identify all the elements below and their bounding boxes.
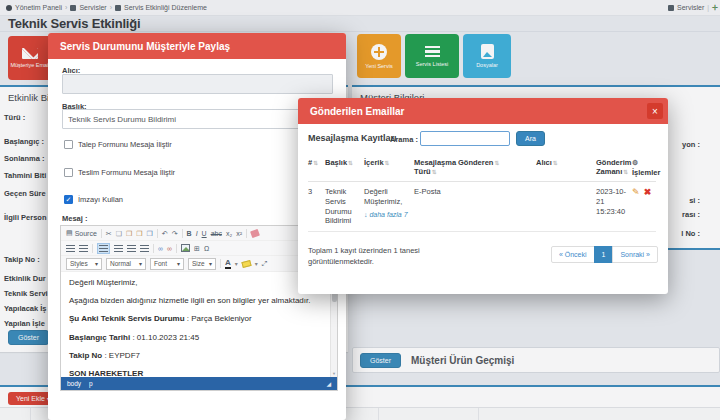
- checkbox-unchecked-icon[interactable]: [64, 140, 73, 149]
- strikethrough-icon[interactable]: abc: [211, 230, 222, 237]
- page-1-button[interactable]: 1: [594, 246, 614, 263]
- undo-icon[interactable]: ↶: [162, 230, 168, 237]
- align-center-icon[interactable]: [114, 245, 123, 252]
- remove-format-icon[interactable]: [250, 228, 260, 237]
- underline-icon[interactable]: U: [202, 230, 207, 237]
- next-page-button[interactable]: Sonraki »: [612, 246, 658, 263]
- resize-handle-icon[interactable]: ◢: [326, 380, 331, 387]
- messaging-records-title: Mesajlaşma Kayıtları: [308, 133, 397, 143]
- table-icon[interactable]: ⊞: [194, 245, 200, 252]
- checkbox-label: İmzayı Kullan: [78, 195, 123, 204]
- use-signature-checkbox[interactable]: ✓ İmzayı Kullan: [64, 195, 123, 204]
- paste-word-icon[interactable]: ❐: [147, 230, 153, 237]
- copy-icon[interactable]: ❏: [116, 230, 122, 237]
- delete-icon[interactable]: ✖: [644, 187, 652, 197]
- col-header-actions: ⚙ İşlemler: [632, 156, 656, 182]
- italic-icon[interactable]: I: [196, 230, 198, 237]
- editor-element-path[interactable]: body p ◢: [61, 377, 337, 390]
- source-button[interactable]: ▤ Source: [66, 229, 97, 237]
- editor-toolbar-row3: Styles▾ Normal▾ Font▾ Size▾ A▾ ▾ ⤢: [61, 256, 337, 272]
- size-dropdown[interactable]: Size▾: [188, 258, 216, 270]
- share-modal-title: Servis Durumunu Müşteriyle Paylaş: [60, 41, 230, 52]
- sort-icon[interactable]: ⇅: [432, 169, 437, 175]
- sort-icon[interactable]: ⇅: [494, 160, 499, 166]
- styles-dropdown[interactable]: Styles▾: [66, 258, 102, 270]
- paste-icon[interactable]: ❐: [126, 230, 132, 237]
- subject-input[interactable]: [62, 109, 333, 129]
- align-right-icon[interactable]: [127, 245, 136, 252]
- editor-toolbar-row1: ▤ Source ✂ ❏ ❐ ❐ ❐ ↶ ↷ B I U abc x₂ x²: [61, 226, 337, 241]
- maximize-icon[interactable]: ⤢: [262, 260, 268, 267]
- bold-icon[interactable]: B: [187, 230, 192, 237]
- screen: Yönetim Paneli › Servisler › Servis Etki…: [0, 0, 720, 420]
- cut-icon[interactable]: ✂: [106, 230, 112, 237]
- caret-down-icon: ▾: [177, 260, 180, 267]
- emails-modal-title: Gönderilen Emaillar: [310, 106, 404, 117]
- checkbox-checked-icon[interactable]: ✓: [64, 195, 73, 204]
- numbered-list-icon[interactable]: [66, 245, 75, 252]
- close-button[interactable]: ×: [647, 103, 663, 119]
- pagination: « Önceki 1 Sonraki »: [552, 246, 658, 263]
- gear-icon: ⚙: [632, 159, 638, 166]
- checkbox-unchecked-icon[interactable]: [64, 168, 73, 177]
- font-dropdown[interactable]: Font▾: [150, 258, 184, 270]
- scroll-down-icon[interactable]: ▼: [331, 371, 337, 376]
- caret-down-icon: ▾: [95, 260, 98, 267]
- col-header-num: #⇅: [308, 156, 325, 182]
- col-header-sender: Gönderen⇅: [458, 156, 536, 182]
- col-header-recipient: Alıcı⇅: [536, 156, 596, 182]
- prev-page-button[interactable]: « Önceki: [551, 246, 595, 263]
- checkbox-label: Teslim Formunu Mesaja İliştir: [78, 168, 175, 177]
- cell-sent-at: 2023-10-21 15:23:40: [596, 182, 632, 232]
- image-icon[interactable]: [181, 244, 190, 252]
- caret-down-icon: ▾: [139, 260, 142, 267]
- caret-down-icon: ▾: [209, 260, 212, 267]
- link-icon[interactable]: ∞: [158, 245, 163, 252]
- sort-icon[interactable]: ⇅: [553, 160, 558, 166]
- align-left-icon[interactable]: [97, 243, 110, 254]
- search-input[interactable]: [420, 131, 510, 146]
- message-line: SON HAREKETLER: [69, 369, 322, 377]
- message-line: Şu Anki Teknik Servis Durumu : Parça Bek…: [69, 314, 322, 323]
- highlight-color-icon[interactable]: [241, 259, 251, 267]
- special-char-icon[interactable]: Ω: [204, 245, 209, 252]
- recipient-input[interactable]: [62, 74, 333, 94]
- sort-icon[interactable]: ⇅: [313, 160, 318, 166]
- bullet-list-icon[interactable]: [79, 245, 88, 252]
- sort-icon[interactable]: ⇅: [348, 160, 353, 166]
- unlink-icon[interactable]: ∞: [167, 245, 172, 252]
- message-line: Takip No : EYPDF7: [69, 351, 322, 360]
- cell-type: E-Posta: [414, 182, 458, 232]
- show-more-link[interactable]: ↓ daha fazla 7: [364, 210, 408, 219]
- cell-recipient: [536, 182, 596, 232]
- sort-icon[interactable]: ⇅: [623, 169, 628, 175]
- subscript-icon[interactable]: x₂: [226, 230, 232, 237]
- col-header-title: Başlık⇅: [325, 156, 364, 182]
- search-label: Arama :: [390, 135, 418, 144]
- editor-toolbar-row2: ∞ ∞ ⊞ Ω: [61, 241, 337, 256]
- table-summary: Toplam 1 kayıt üzerinden 1 tanesi görünt…: [308, 246, 478, 268]
- superscript-icon[interactable]: x²: [236, 230, 242, 237]
- message-line: Aşağıda bizden aldığınız hizmetle ilgili…: [69, 296, 322, 305]
- edit-icon[interactable]: ✎: [632, 187, 640, 197]
- align-justify-icon[interactable]: [140, 245, 149, 252]
- redo-icon[interactable]: ↷: [172, 230, 178, 237]
- share-modal-header: Servis Durumunu Müşteriyle Paylaş: [48, 33, 346, 59]
- text-color-icon[interactable]: A: [225, 259, 231, 269]
- attach-request-form-checkbox[interactable]: Talep Formunu Mesaja İliştir: [64, 140, 172, 149]
- col-header-content: İçerik⇅: [364, 156, 414, 182]
- sort-icon[interactable]: ⇅: [385, 160, 390, 166]
- col-header-sent-at: Gönderim Zamanı⇅: [596, 156, 632, 182]
- search-button[interactable]: Ara: [516, 131, 545, 146]
- paste-text-icon[interactable]: ❐: [136, 230, 142, 237]
- sent-emails-modal: Gönderilen Emaillar × Mesajlaşma Kayıtla…: [298, 98, 668, 294]
- emails-modal-header: Gönderilen Emaillar: [298, 98, 668, 124]
- message-line: Değerli Müşterimiz,: [69, 278, 322, 287]
- source-icon: ▤: [66, 229, 73, 237]
- col-header-type: Mesajlaşma Türü⇅: [414, 156, 458, 182]
- cell-content: Değerli Müşterimiz, ↓ daha fazla 7: [364, 182, 414, 232]
- cell-title: Teknik Servis Durumu Bildirimi: [325, 182, 364, 232]
- attach-delivery-form-checkbox[interactable]: Teslim Formunu Mesaja İliştir: [64, 168, 175, 177]
- format-dropdown[interactable]: Normal▾: [106, 258, 146, 270]
- editor-content[interactable]: Değerli Müşterimiz, Aşağıda bizden aldığ…: [61, 272, 330, 377]
